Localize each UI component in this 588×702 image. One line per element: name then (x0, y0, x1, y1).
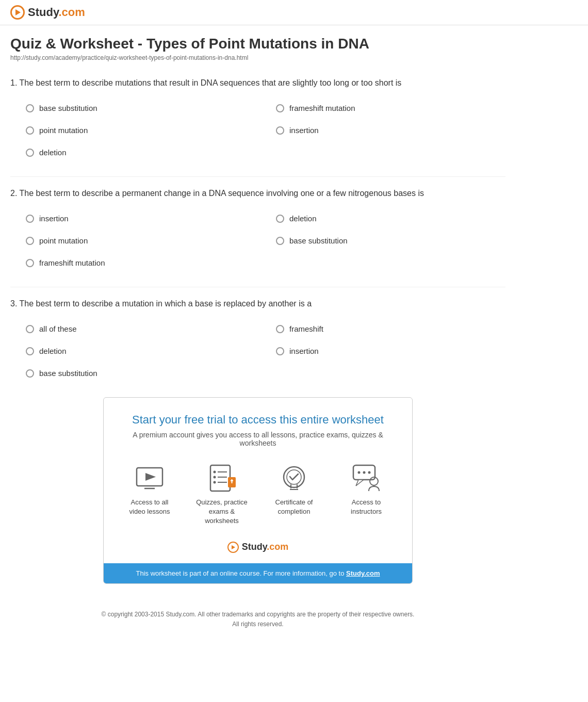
logo-play-icon (15, 9, 21, 15)
svg-point-4 (214, 471, 216, 474)
page-title: Quiz & Worksheet - Types of Point Mutati… (10, 36, 505, 52)
option-q1-base-substitution[interactable]: base substitution (26, 100, 255, 117)
svg-marker-19 (356, 480, 364, 486)
instructor-icon (351, 463, 382, 494)
option-q2-base-substitution[interactable]: base substitution (276, 232, 505, 249)
svg-point-21 (358, 471, 361, 474)
option-q1-insertion[interactable]: insertion (276, 122, 505, 139)
promo-footer: This worksheet is part of an online cour… (104, 563, 412, 583)
option-q2-point-mutation[interactable]: point mutation (26, 232, 255, 249)
option-q2-frameshift-mutation[interactable]: frameshift mutation (26, 254, 255, 271)
option-q1-deletion[interactable]: deletion (26, 144, 255, 161)
option-q3a-label: all of these (39, 324, 77, 333)
copyright: © copyright 2003-2015 Study.com. All oth… (10, 599, 505, 640)
svg-point-20 (370, 477, 378, 485)
svg-marker-1 (145, 473, 156, 481)
option-q2-deletion[interactable]: deletion (276, 210, 505, 227)
option-q3-insertion[interactable]: insertion (276, 342, 505, 360)
question-2-options: insertion deletion point mutation base s… (10, 210, 505, 271)
promo-icon-instructor: Access to instructors (340, 463, 392, 526)
option-q3b-label: frameshift (289, 324, 323, 333)
option-q3-frameshift[interactable]: frameshift (276, 320, 505, 337)
question-2: 2. The best term to describe a permanent… (10, 187, 505, 271)
radio-q3a[interactable] (26, 325, 34, 333)
promo-logo-icon (227, 542, 239, 553)
question-2-text: 2. The best term to describe a permanent… (10, 187, 505, 200)
quiz-icon (206, 463, 237, 494)
page-url: http://study.com/academy/practice/quiz-w… (10, 54, 505, 61)
radio-q1b[interactable] (276, 104, 284, 112)
radio-q2d[interactable] (276, 237, 284, 245)
radio-q2b[interactable] (276, 215, 284, 223)
svg-point-8 (214, 481, 216, 484)
promo-footer-link[interactable]: Study.com (346, 569, 380, 577)
divider-1 (10, 176, 505, 177)
radio-q1e[interactable] (26, 149, 34, 157)
radio-q1c[interactable] (26, 126, 34, 135)
question-3: 3. The best term to describe a mutation … (10, 298, 505, 382)
promo-video-label: Access to all video lessons (124, 498, 175, 516)
svg-point-14 (287, 470, 301, 484)
option-q3-base-substitution[interactable]: base substitution (26, 365, 255, 382)
promo-quiz-label: Quizzes, practice exams & worksheets (196, 498, 248, 526)
option-q2-insertion[interactable]: insertion (26, 210, 255, 227)
question-1: 1. The best term to describe mutations t… (10, 77, 505, 161)
promo-instructor-label: Access to instructors (340, 498, 392, 516)
option-q3-all-of-these[interactable]: all of these (26, 320, 255, 337)
option-q2b-label: deletion (289, 214, 317, 223)
promo-box: Start your free trial to access this ent… (103, 397, 413, 584)
promo-header: Start your free trial to access this ent… (104, 398, 412, 452)
radio-q2c[interactable] (26, 237, 34, 245)
option-q1e-label: deletion (39, 148, 67, 157)
logo-text: Study.com (28, 6, 85, 19)
promo-cert-label: Certificate of completion (268, 498, 320, 516)
radio-q1a[interactable] (26, 104, 34, 112)
option-q3e-label: base substitution (39, 369, 97, 378)
option-q1d-label: insertion (289, 126, 319, 135)
logo-icon (10, 5, 25, 20)
promo-logo: Study.com (104, 536, 412, 563)
svg-point-23 (368, 471, 371, 474)
question-1-text: 1. The best term to describe mutations t… (10, 77, 505, 89)
option-q1-frameshift-mutation[interactable]: frameshift mutation (276, 100, 505, 117)
option-q2c-label: point mutation (39, 236, 88, 245)
radio-q3b[interactable] (276, 325, 284, 333)
promo-logo-text: Study.com (242, 542, 289, 552)
radio-q2e[interactable] (26, 259, 34, 267)
svg-point-6 (214, 476, 216, 479)
option-q1-point-mutation[interactable]: point mutation (26, 122, 255, 139)
promo-logo-play (232, 545, 235, 549)
radio-q2a[interactable] (26, 215, 34, 223)
promo-subtitle: A premium account gives you access to al… (114, 431, 402, 447)
question-1-options: base substitution frameshift mutation po… (10, 100, 505, 161)
promo-icons: Access to all video lessons (104, 452, 412, 536)
copyright-line2: All rights reserved. (21, 619, 495, 629)
promo-icon-video: Access to all video lessons (124, 463, 175, 526)
svg-rect-3 (210, 465, 230, 491)
radio-q3d[interactable] (276, 347, 284, 355)
promo-title: Start your free trial to access this ent… (114, 413, 402, 427)
option-q1b-label: frameshift mutation (289, 104, 355, 112)
option-q1a-label: base substitution (39, 104, 97, 112)
option-q1c-label: point mutation (39, 126, 88, 135)
cert-icon (279, 463, 309, 494)
top-bar: Study.com (0, 0, 588, 25)
question-3-text: 3. The best term to describe a mutation … (10, 298, 505, 310)
radio-q1d[interactable] (276, 126, 284, 135)
promo-icon-cert: Certificate of completion (268, 463, 320, 526)
divider-2 (10, 287, 505, 287)
svg-point-22 (363, 471, 366, 474)
radio-q3c[interactable] (26, 347, 34, 355)
option-q3-deletion[interactable]: deletion (26, 342, 255, 360)
logo[interactable]: Study.com (10, 5, 578, 20)
video-icon (134, 463, 165, 494)
promo-icon-quiz: Quizzes, practice exams & worksheets (196, 463, 248, 526)
copyright-line1: © copyright 2003-2015 Study.com. All oth… (21, 610, 495, 619)
main-content: Quiz & Worksheet - Types of Point Mutati… (0, 25, 516, 645)
promo-footer-text: This worksheet is part of an online cour… (136, 569, 346, 577)
option-q2d-label: base substitution (289, 236, 348, 245)
radio-q3e[interactable] (26, 369, 34, 378)
option-q3d-label: insertion (289, 347, 319, 355)
option-q2a-label: insertion (39, 214, 69, 223)
question-3-options: all of these frameshift deletion inserti… (10, 320, 505, 382)
